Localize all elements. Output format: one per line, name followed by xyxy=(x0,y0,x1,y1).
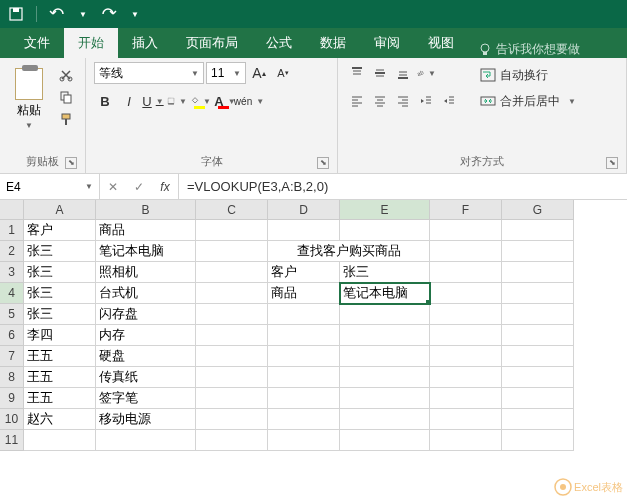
cell[interactable] xyxy=(24,430,96,451)
cell[interactable] xyxy=(268,430,340,451)
save-icon[interactable] xyxy=(8,6,24,22)
tab-视图[interactable]: 视图 xyxy=(414,28,468,58)
cell[interactable]: 签字笔 xyxy=(96,388,196,409)
column-header[interactable]: E xyxy=(340,200,430,220)
cell[interactable]: 客户 xyxy=(24,220,96,241)
cell[interactable] xyxy=(502,304,574,325)
border-button[interactable]: ▼ xyxy=(166,90,188,112)
cell[interactable] xyxy=(196,325,268,346)
cell[interactable]: 张三 xyxy=(340,262,430,283)
row-header[interactable]: 7 xyxy=(0,346,24,367)
cell[interactable] xyxy=(430,304,502,325)
cell[interactable] xyxy=(430,262,502,283)
row-header[interactable]: 3 xyxy=(0,262,24,283)
cell[interactable] xyxy=(196,304,268,325)
cell[interactable] xyxy=(502,262,574,283)
fill-color-button[interactable]: ▼ xyxy=(190,90,212,112)
tab-页面布局[interactable]: 页面布局 xyxy=(172,28,252,58)
merge-center-button[interactable]: 合并后居中▼ xyxy=(476,90,580,112)
cell[interactable]: 王五 xyxy=(24,367,96,388)
tell-me-search[interactable]: 告诉我你想要做 xyxy=(468,41,590,58)
cell[interactable]: 查找客户购买商品 xyxy=(268,241,430,262)
cell[interactable] xyxy=(196,262,268,283)
cell[interactable] xyxy=(430,430,502,451)
font-launcher-icon[interactable]: ⬊ xyxy=(317,157,329,169)
redo-icon[interactable] xyxy=(101,6,117,22)
cell[interactable]: 商品 xyxy=(268,283,340,304)
cell[interactable]: 移动电源 xyxy=(96,409,196,430)
font-size-select[interactable]: 11▼ xyxy=(206,62,246,84)
tab-文件[interactable]: 文件 xyxy=(10,28,64,58)
cut-button[interactable] xyxy=(56,66,76,84)
column-header[interactable]: B xyxy=(96,200,196,220)
cell[interactable] xyxy=(340,325,430,346)
cell[interactable]: 笔记本电脑 xyxy=(96,241,196,262)
column-header[interactable]: A xyxy=(24,200,96,220)
clipboard-launcher-icon[interactable]: ⬊ xyxy=(65,157,77,169)
cell[interactable]: 商品 xyxy=(96,220,196,241)
cell[interactable]: 王五 xyxy=(24,346,96,367)
cell[interactable] xyxy=(340,409,430,430)
column-header[interactable]: F xyxy=(430,200,502,220)
cell[interactable] xyxy=(340,388,430,409)
cell[interactable]: 硬盘 xyxy=(96,346,196,367)
cell[interactable]: 张三 xyxy=(24,262,96,283)
align-left-button[interactable] xyxy=(346,90,368,112)
cell[interactable] xyxy=(340,220,430,241)
cell[interactable]: 赵六 xyxy=(24,409,96,430)
cell[interactable] xyxy=(502,409,574,430)
cell[interactable] xyxy=(196,283,268,304)
name-box[interactable]: E4▼ xyxy=(0,174,100,199)
paste-button[interactable]: 粘贴 ▼ xyxy=(8,62,50,130)
cell[interactable] xyxy=(196,220,268,241)
select-all-corner[interactable] xyxy=(0,200,24,220)
cell[interactable]: 笔记本电脑 xyxy=(340,283,430,304)
undo-dropdown-icon[interactable]: ▼ xyxy=(75,6,91,22)
cell[interactable] xyxy=(268,409,340,430)
cell[interactable] xyxy=(268,220,340,241)
phonetic-button[interactable]: wén▼ xyxy=(238,90,260,112)
qat-customize-icon[interactable]: ▼ xyxy=(127,6,143,22)
cell[interactable]: 张三 xyxy=(24,304,96,325)
column-header[interactable]: D xyxy=(268,200,340,220)
align-right-button[interactable] xyxy=(392,90,414,112)
row-header[interactable]: 2 xyxy=(0,241,24,262)
cell[interactable] xyxy=(502,325,574,346)
cell[interactable] xyxy=(430,409,502,430)
copy-button[interactable] xyxy=(56,88,76,106)
decrease-indent-button[interactable] xyxy=(415,90,437,112)
cell[interactable] xyxy=(268,325,340,346)
cell[interactable] xyxy=(430,220,502,241)
cell[interactable] xyxy=(430,325,502,346)
cells-area[interactable]: 客户商品张三笔记本电脑查找客户购买商品张三照相机客户张三张三台式机商品笔记本电脑… xyxy=(24,220,574,451)
cell[interactable] xyxy=(430,388,502,409)
enter-formula-button[interactable]: ✓ xyxy=(126,180,152,194)
increase-indent-button[interactable] xyxy=(438,90,460,112)
bold-button[interactable]: B xyxy=(94,90,116,112)
italic-button[interactable]: I xyxy=(118,90,140,112)
cell[interactable] xyxy=(502,283,574,304)
cell[interactable] xyxy=(196,388,268,409)
decrease-font-button[interactable]: A▾ xyxy=(272,62,294,84)
cell[interactable] xyxy=(502,346,574,367)
cell[interactable] xyxy=(502,430,574,451)
align-top-button[interactable] xyxy=(346,62,368,84)
cell[interactable] xyxy=(430,367,502,388)
cell[interactable] xyxy=(268,346,340,367)
cell[interactable]: 张三 xyxy=(24,283,96,304)
underline-button[interactable]: U▼ xyxy=(142,90,164,112)
cell[interactable] xyxy=(268,304,340,325)
increase-font-button[interactable]: A▴ xyxy=(248,62,270,84)
cell[interactable] xyxy=(502,388,574,409)
cell[interactable] xyxy=(196,367,268,388)
tab-公式[interactable]: 公式 xyxy=(252,28,306,58)
cell[interactable]: 王五 xyxy=(24,388,96,409)
alignment-launcher-icon[interactable]: ⬊ xyxy=(606,157,618,169)
font-name-select[interactable]: 等线▼ xyxy=(94,62,204,84)
cell[interactable] xyxy=(96,430,196,451)
cell[interactable] xyxy=(502,241,574,262)
wrap-text-button[interactable]: 自动换行 xyxy=(476,64,580,86)
orientation-button[interactable]: ab▼ xyxy=(415,62,437,84)
cell[interactable]: 客户 xyxy=(268,262,340,283)
formula-input[interactable]: =VLOOKUP(E3,A:B,2,0) xyxy=(179,174,627,199)
